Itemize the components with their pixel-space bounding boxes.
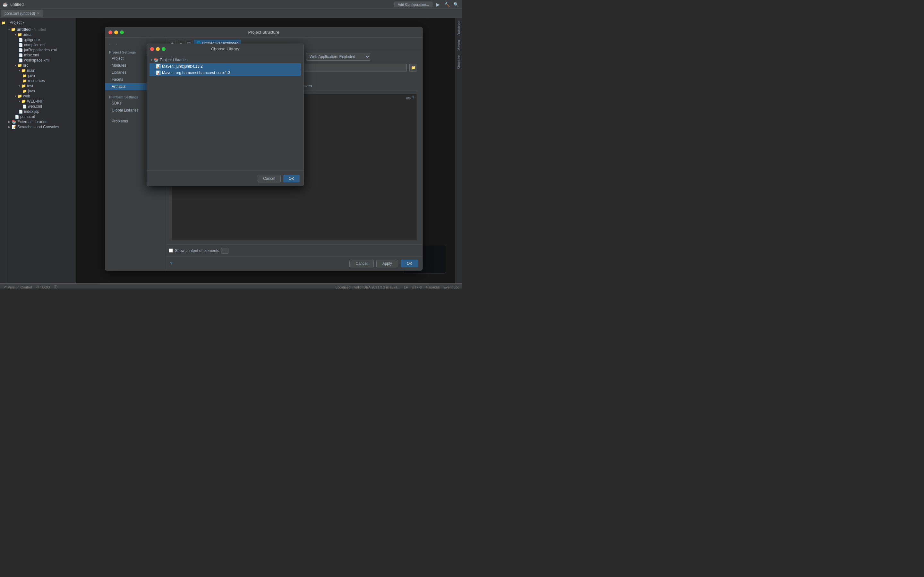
maximize-traffic-light[interactable] xyxy=(120,31,124,34)
show-content-label: Show content of elements xyxy=(175,248,219,253)
project-strip-button[interactable]: 📁 xyxy=(1,20,6,26)
status-text: Localized IntelliJ IDEA 2021.3.2 is avai… xyxy=(336,285,400,289)
project-label: Project xyxy=(10,20,21,25)
encoding-item[interactable]: UTF-8 xyxy=(412,285,422,289)
cl-footer: Cancel OK xyxy=(147,171,304,186)
cl-ok-button[interactable]: OK xyxy=(283,175,300,182)
tree-workspace-xml[interactable]: 📄 workspace.xml xyxy=(7,58,76,63)
cl-section-arrow: ▾ xyxy=(151,58,152,61)
tree-gitignore[interactable]: 📄 .gitignore xyxy=(7,37,76,42)
add-configuration-button[interactable]: Add Configuration... xyxy=(394,2,433,7)
sidebar-header: Project ▾ xyxy=(7,18,76,27)
todo-item[interactable]: ☑ TODO xyxy=(36,285,50,288)
browse-button[interactable]: 📁 xyxy=(409,64,417,71)
help-icon[interactable]: ? xyxy=(412,96,414,100)
tab-close-icon[interactable]: ✕ xyxy=(37,11,39,15)
cl-library-item-0[interactable]: 📊 Maven: junit:junit:4.13.2 xyxy=(150,63,301,69)
info-icon: ⓘ xyxy=(54,285,57,288)
cl-title-bar: Choose Library xyxy=(147,44,304,54)
info-item[interactable]: ⓘ xyxy=(54,285,57,288)
app-icon: ☕ xyxy=(3,2,8,7)
tree-webinf-folder[interactable]: ▾ 📁 WEB-INF xyxy=(7,99,76,104)
tree-main-java[interactable]: 📁 java xyxy=(7,73,76,78)
ps-ok-button[interactable]: OK xyxy=(401,259,418,268)
tab-label: pom.xml (untitled) xyxy=(5,11,35,16)
toolbar-right: Add Configuration... ▶ 🔨 🔍 xyxy=(394,1,459,8)
tree-src-folder[interactable]: ▾ 📁 src xyxy=(7,63,76,68)
tree-resources[interactable]: 📁 resources xyxy=(7,78,76,83)
left-panel-strip: 📁 xyxy=(0,18,7,284)
tab-bar: pom.xml (untitled) ✕ xyxy=(0,9,462,18)
ps-dialog-title: Project Structure xyxy=(248,30,279,35)
close-traffic-light[interactable] xyxy=(108,31,112,34)
ps-cancel-button[interactable]: Cancel xyxy=(349,259,373,268)
pom-xml-tab[interactable]: pom.xml (untitled) ✕ xyxy=(1,10,43,17)
status-right: LF UTF-8 4 spaces Event Log xyxy=(404,285,459,289)
event-log-item[interactable]: Event Log xyxy=(443,285,459,289)
ps-dialog-title-bar: Project Structure xyxy=(105,27,422,37)
minimize-traffic-light[interactable] xyxy=(114,31,118,34)
cl-lib-label-1: Maven: org.hamcrest:hamcrest-core:1.3 xyxy=(162,71,230,75)
tree-jar-repos-xml[interactable]: 📄 jarRepositories.xml xyxy=(7,47,76,53)
structure-strip-label[interactable]: Structure xyxy=(456,54,461,71)
ps-dialog-buttons: ? Cancel Apply OK xyxy=(166,256,422,270)
type-select[interactable]: Web Application: Exploded xyxy=(306,53,370,61)
maven-strip-label[interactable]: Maven xyxy=(456,39,461,52)
project-tree: ▾ 📁 untitled ~/untitled ▾ 📁 .idea 📄 .git… xyxy=(7,27,76,284)
traffic-lights xyxy=(108,31,124,34)
cl-section-icon: 📚 xyxy=(153,58,158,62)
spaces-item[interactable]: 4 spaces xyxy=(425,285,439,289)
tree-web-xml[interactable]: 📄 web.xml xyxy=(7,104,76,109)
tree-scratches-consoles[interactable]: ▶ 📝 Scratches and Consoles xyxy=(7,124,76,129)
run-button[interactable]: ▶ xyxy=(435,1,441,8)
tree-idea-folder[interactable]: ▾ 📁 .idea xyxy=(7,32,76,37)
tree-pom-xml[interactable]: 📄 pom.xml xyxy=(7,114,76,119)
vc-label: Version Control xyxy=(8,285,32,289)
ps-action-buttons: Cancel Apply OK xyxy=(349,259,418,268)
lf-item[interactable]: LF xyxy=(404,285,408,289)
tree-test-folder[interactable]: ▾ 📁 test xyxy=(7,83,76,89)
app-title: untitled xyxy=(10,2,24,7)
tree-compiler-xml[interactable]: 📄 compiler.xml xyxy=(7,42,76,47)
tree-index-jsp[interactable]: 📄 index.jsp xyxy=(7,109,76,114)
tree-external-libraries[interactable]: ▶ 📚 External Libraries xyxy=(7,119,76,124)
cl-close-light[interactable] xyxy=(150,47,154,51)
database-strip-label[interactable]: Database xyxy=(456,19,461,37)
tree-test-java[interactable]: 📁 java xyxy=(7,89,76,93)
cl-cancel-button[interactable]: Cancel xyxy=(258,175,280,182)
right-panel-strip: Database Maven Structure xyxy=(455,18,462,284)
tree-web-folder[interactable]: ▾ 📁 web xyxy=(7,93,76,99)
tree-misc-xml[interactable]: 📄 misc.xml xyxy=(7,53,76,58)
ps-nav-back[interactable]: ← xyxy=(108,41,112,47)
tree-main-folder[interactable]: ▾ 📁 main xyxy=(7,68,76,73)
cl-library-item-1[interactable]: 📊 Maven: org.hamcrest:hamcrest-core:1.3 xyxy=(150,69,301,76)
cl-lib-label-0: Maven: junit:junit:4.13.2 xyxy=(162,64,203,69)
cl-lib-icon-1: 📊 xyxy=(156,71,161,75)
scratches-label: Scratches and Consoles xyxy=(17,125,59,129)
cl-minimize-light[interactable] xyxy=(156,47,160,51)
ps-nav-forward[interactable]: → xyxy=(113,41,118,47)
build-button[interactable]: 🔨 xyxy=(443,1,451,8)
version-control-bar: ⎇ Version Control ☑ TODO ⓘ Localized Int… xyxy=(0,284,462,288)
show-content-checkbox[interactable] xyxy=(169,248,173,253)
root-label: untitled xyxy=(17,27,31,32)
content-area: Project Structure ← → Project Settings P… xyxy=(76,18,455,284)
cl-maximize-light[interactable] xyxy=(162,47,166,51)
cl-project-libraries-section[interactable]: ▾ 📚 Project Libraries xyxy=(150,57,301,63)
search-button[interactable]: 🔍 xyxy=(452,1,459,8)
todo-label: TODO xyxy=(40,285,50,289)
ps-help-button[interactable]: ? xyxy=(170,261,173,266)
cl-section-label: Project Libraries xyxy=(160,58,188,62)
cl-lib-icon-0: 📊 xyxy=(156,64,161,69)
tree-root[interactable]: ▾ 📁 untitled ~/untitled xyxy=(7,27,76,32)
cl-traffic-lights xyxy=(150,47,166,51)
cl-body: ▾ 📚 Project Libraries 📊 Maven: junit:jun… xyxy=(147,54,304,171)
elements-help: nts ? xyxy=(406,96,414,100)
more-options-button[interactable]: ... xyxy=(221,248,228,253)
cl-title: Choose Library xyxy=(211,47,239,51)
project-sidebar: Project ▾ ▾ 📁 untitled ~/untitled ▾ 📁 .i… xyxy=(7,18,76,284)
title-bar: ☕ untitled Add Configuration... ▶ 🔨 🔍 xyxy=(0,0,462,9)
ps-apply-button[interactable]: Apply xyxy=(376,259,398,268)
version-control-item[interactable]: ⎇ Version Control xyxy=(3,285,32,288)
todo-icon: ☑ xyxy=(36,285,39,288)
